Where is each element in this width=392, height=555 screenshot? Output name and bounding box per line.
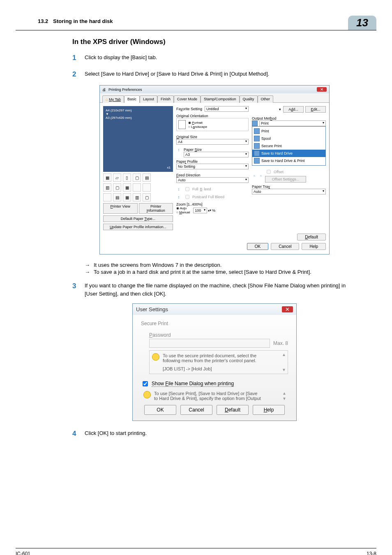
option-icon[interactable]: ▢ xyxy=(143,193,151,201)
output-item-secure[interactable]: Secure Print xyxy=(252,142,325,150)
default-button[interactable]: Default xyxy=(297,234,326,240)
dialog-title: User Settings xyxy=(136,306,168,312)
paper-profile-label: Paper Profile xyxy=(176,160,249,164)
secure-icon xyxy=(254,143,260,149)
tab-mytab[interactable]: ⌂My Tab xyxy=(102,95,124,103)
step-1: 1 Click to display the [Basic] tab. xyxy=(72,53,357,63)
screenshot-user-settings: User Settings ✕ Secure Print Password Ma… xyxy=(72,303,357,421)
feed-dir-label: Feed Direction xyxy=(176,173,249,177)
default-paper-type-button[interactable]: Default Paper Type... xyxy=(103,215,173,222)
portrait-radio[interactable]: ◉ Portrait xyxy=(188,121,207,125)
paper-tray-label: Paper Tray xyxy=(252,185,326,189)
ok-button[interactable]: OK xyxy=(144,405,176,415)
bleed-icon-1: ↕ xyxy=(176,187,181,192)
save-hd-print-icon xyxy=(254,158,260,164)
postcard-bleed-check[interactable]: Postcard Full Bleed xyxy=(184,194,224,200)
paper-profile-select[interactable]: No Setting xyxy=(176,164,249,169)
dialog-titlebar: 🖨 Printing Preferences ✕ xyxy=(100,86,329,93)
scroll-up-icon[interactable]: ▲ xyxy=(282,391,286,395)
size-a3: A3 (297x420 mm) xyxy=(106,116,171,120)
output-item-save-hd[interactable]: Save to Hard Drive xyxy=(252,150,325,157)
edit-button[interactable]: Edit... xyxy=(305,106,326,113)
option-icon[interactable]: ▦ xyxy=(123,193,131,201)
zoom-auto-radio[interactable]: ◉ Auto xyxy=(176,206,190,210)
step-2-sub-2: → To save a job in a hard disk and print… xyxy=(85,269,357,275)
printer-icon: 🖨 xyxy=(102,88,106,92)
option-icon[interactable]: ▥ xyxy=(133,193,141,201)
output-item-spool[interactable]: Spool xyxy=(252,135,325,142)
feed-dir-select[interactable]: Auto xyxy=(176,177,249,183)
tab-finish[interactable]: Finish xyxy=(157,95,174,103)
option-icon[interactable]: ▢ xyxy=(113,183,121,192)
printer-info-button[interactable]: Printer Information xyxy=(139,203,173,214)
printer-view-button[interactable]: Printer View xyxy=(103,203,138,214)
preview-icons-2: ▥ ▢ ▦ xyxy=(103,183,173,192)
orig-size-select[interactable]: A4 xyxy=(176,139,249,145)
offset-settings-button[interactable]: Offset Settings... xyxy=(265,176,306,183)
tab-quality[interactable]: Quality xyxy=(240,95,258,103)
password-input[interactable] xyxy=(149,339,270,348)
hint-line: [JOB LIST] -> [Hold Job] xyxy=(163,366,256,371)
offset-check[interactable]: Offset xyxy=(265,169,326,175)
checkbox[interactable] xyxy=(143,381,148,386)
option-icon[interactable]: ▤ xyxy=(143,173,151,182)
orientation-thumb xyxy=(178,120,186,129)
tab-other[interactable]: Other xyxy=(258,95,274,103)
option-icon[interactable]: ▢ xyxy=(133,173,141,182)
paper-tray-select[interactable]: Auto xyxy=(252,189,326,194)
scroll-down-icon[interactable]: ▼ xyxy=(282,368,286,372)
section-title: Storing in the hard disk xyxy=(53,16,348,30)
dialog-printing-preferences: 🖨 Printing Preferences ✕ ⌂My Tab Basic L… xyxy=(99,85,330,254)
dialog-titlebar: User Settings ✕ xyxy=(133,304,296,315)
scroll-down-icon[interactable]: ▼ xyxy=(282,396,286,401)
preview-icons: ▦ ▱ ▯ ▢ ▤ xyxy=(103,173,173,182)
tab-stamp[interactable]: Stamp/Composition xyxy=(201,95,240,103)
paper-preview: A4 (210x297 mm) ▼ A3 (297x420 mm) x1 xyxy=(103,106,173,172)
option-icon[interactable]: ▥ xyxy=(103,183,111,192)
close-icon[interactable]: ✕ xyxy=(317,87,327,92)
scroll-up-icon[interactable]: ▲ xyxy=(282,352,286,357)
cancel-button[interactable]: Cancel xyxy=(271,243,299,250)
landscape-radio[interactable]: ○ Landscape xyxy=(188,125,207,129)
secure-print-label: Secure Print xyxy=(141,321,288,326)
tab-covermode[interactable]: Cover Mode xyxy=(174,95,201,103)
spool-icon xyxy=(254,136,260,141)
hint-line: to Hard Drive & Print], specify the opti… xyxy=(154,396,261,401)
zoom-value[interactable]: 100 xyxy=(193,208,207,213)
option-icon[interactable]: ▤ xyxy=(113,193,121,201)
arrow-down-icon: ↕ xyxy=(176,148,181,152)
cancel-button[interactable]: Cancel xyxy=(180,405,212,415)
add-button[interactable]: Add... xyxy=(283,106,304,113)
paper-size-select[interactable]: A3 xyxy=(184,152,249,157)
output-method-select[interactable]: Print xyxy=(259,120,326,126)
zoom-label: Zoom [1..400%] xyxy=(176,202,249,206)
home-icon: ⌂ xyxy=(106,97,108,102)
arrow-icon: → xyxy=(85,262,94,268)
screenshot-print-prefs: 🖨 Printing Preferences ✕ ⌂My Tab Basic L… xyxy=(72,85,357,254)
tab-layout[interactable]: Layout xyxy=(140,95,157,103)
show-filename-checkbox[interactable]: Show File Name Dialog when printing xyxy=(141,380,288,388)
chapter-num: 13 xyxy=(348,16,376,30)
default-button[interactable]: Default xyxy=(217,405,249,415)
output-icon xyxy=(252,120,258,126)
output-item-save-hd-print[interactable]: Save to Hard Drive & Print xyxy=(252,157,325,164)
step-text: Click to display the [Basic] tab. xyxy=(85,53,357,63)
update-paper-profile-button[interactable]: Update Paper Profile information... xyxy=(103,224,173,230)
option-icon[interactable]: ▦ xyxy=(103,173,111,182)
ok-button[interactable]: OK xyxy=(247,243,268,250)
step-text: If you want to change the file name disp… xyxy=(85,281,357,298)
help-button[interactable]: Help xyxy=(302,243,326,250)
option-icon[interactable]: ▯ xyxy=(123,173,131,182)
tab-basic[interactable]: Basic xyxy=(124,95,140,103)
option-icon[interactable]: ▦ xyxy=(123,183,131,192)
help-button[interactable]: Help xyxy=(253,405,285,415)
close-icon[interactable]: ✕ xyxy=(282,306,293,312)
full-bleed-check[interactable]: Full Bleed xyxy=(184,186,211,192)
option-icon[interactable]: ▱ xyxy=(113,173,121,182)
favorite-select[interactable]: Untitled xyxy=(205,106,249,112)
footer-right: 13-8 xyxy=(367,551,376,555)
zoom-manual-radio[interactable]: ○ Manual xyxy=(176,210,190,214)
output-item-print[interactable]: Print xyxy=(252,127,325,135)
dialog-user-settings: User Settings ✕ Secure Print Password Ma… xyxy=(132,303,297,421)
heading: In the XPS driver (Windows) xyxy=(72,38,357,46)
